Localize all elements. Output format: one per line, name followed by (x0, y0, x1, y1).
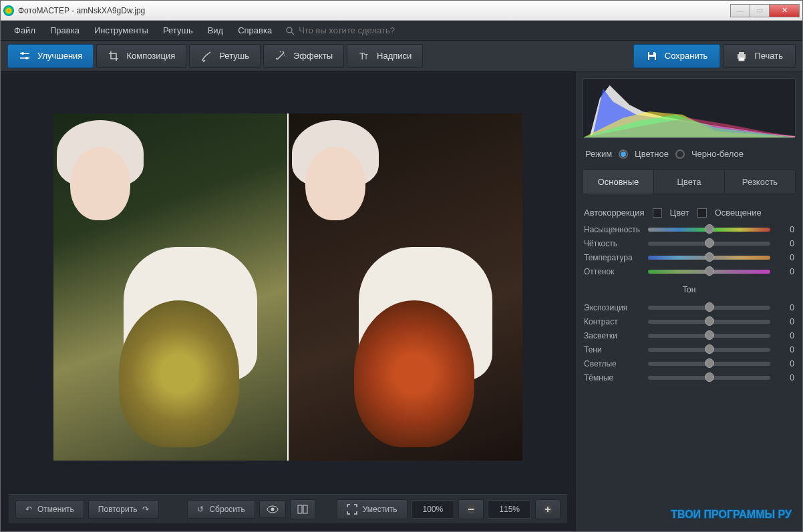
redo-button[interactable]: Повторить ↷ (88, 500, 160, 519)
zoom-current-display[interactable]: 115% (488, 500, 531, 519)
highlights-label: Засветки (584, 331, 643, 340)
fit-icon (347, 504, 357, 515)
tab-enhance[interactable]: Улучшения (7, 44, 94, 68)
shadows-thumb[interactable] (705, 344, 714, 354)
radio-color[interactable] (619, 150, 628, 159)
blacks-thumb[interactable] (705, 372, 714, 382)
zoom-in-button[interactable] (535, 499, 560, 519)
window-title: ФотоМАСТЕР - amNskXA9gDw.jpg (18, 6, 731, 15)
autocorr-lighting-label: Освещение (715, 208, 762, 218)
sliders-icon (19, 50, 31, 62)
compare-icon (297, 504, 308, 515)
menu-retouch[interactable]: Ретушь (156, 23, 200, 38)
panel-tab-colors[interactable]: Цвета (654, 170, 725, 194)
exposure-value: 0 (776, 303, 794, 312)
plus-icon (542, 504, 553, 515)
tab-captions[interactable]: TT Надписи (347, 44, 423, 68)
shadows-track[interactable] (648, 348, 770, 352)
tint-track[interactable] (648, 270, 770, 274)
exposure-label: Экспозиция (584, 303, 643, 312)
menubar: Файл Правка Инструменты Ретушь Вид Справ… (1, 21, 802, 41)
undo-button[interactable]: ↶ Отменить (15, 500, 84, 519)
saturation-thumb[interactable] (705, 224, 714, 234)
exposure-track[interactable] (648, 306, 770, 310)
print-button[interactable]: Печать (723, 44, 796, 68)
save-button[interactable]: Сохранить (633, 44, 721, 68)
autocorr-label: Автокоррекция (584, 208, 645, 218)
clarity-value: 0 (776, 239, 794, 248)
tab-enhance-label: Улучшения (37, 51, 82, 61)
menu-edit[interactable]: Правка (43, 23, 86, 38)
temperature-thumb[interactable] (705, 252, 714, 262)
exposure-thumb[interactable] (705, 302, 714, 312)
compare-toggle-button[interactable] (290, 499, 315, 519)
panel-tab-basic[interactable]: Основные (583, 170, 654, 194)
redo-icon: ↷ (142, 505, 149, 514)
histogram (583, 78, 796, 138)
reset-label: Сбросить (209, 505, 245, 514)
tab-effects-label: Эффекты (293, 51, 333, 61)
zoom-out-button[interactable] (458, 499, 484, 519)
menu-help[interactable]: Справка (231, 23, 279, 38)
preview-button[interactable] (259, 501, 286, 518)
brush-icon (200, 50, 212, 62)
highlights-thumb[interactable] (705, 330, 714, 340)
mode-row: Режим Цветное Черно-белое (583, 145, 796, 163)
contrast-track[interactable] (648, 320, 770, 324)
search-icon (285, 26, 295, 35)
slider-blacks: Тёмные 0 (584, 373, 794, 382)
minus-icon (466, 504, 476, 515)
maximize-button[interactable]: ▭ (750, 4, 770, 17)
tab-retouch[interactable]: Ретушь (189, 44, 261, 68)
panel-tab-sharpness[interactable]: Резкость (725, 170, 795, 194)
print-icon (736, 50, 748, 62)
slider-shadows: Тени 0 (584, 345, 794, 354)
reset-icon: ↺ (197, 505, 204, 514)
menu-view[interactable]: Вид (201, 23, 230, 38)
tab-effects[interactable]: Эффекты (263, 44, 344, 68)
contrast-thumb[interactable] (705, 316, 714, 326)
clarity-track[interactable] (648, 242, 770, 246)
svg-rect-15 (298, 505, 302, 513)
tint-label: Оттенок (584, 267, 643, 276)
toolbar: Улучшения Композиция Ретушь Эффекты TT Н… (1, 41, 802, 71)
checkbox-color[interactable] (653, 208, 662, 218)
tab-composition[interactable]: Композиция (96, 44, 186, 68)
svg-point-3 (21, 52, 24, 55)
menu-file[interactable]: Файл (7, 23, 42, 38)
undo-label: Отменить (37, 505, 74, 514)
radio-bw[interactable] (675, 150, 685, 159)
saturation-label: Насыщенность (584, 225, 643, 234)
minimize-button[interactable]: — (730, 4, 750, 17)
fit-label: Уместить (363, 505, 397, 514)
saturation-track[interactable] (648, 228, 770, 232)
blacks-track[interactable] (648, 376, 770, 380)
svg-line-1 (291, 32, 294, 35)
zoom-100-display[interactable]: 100% (412, 500, 455, 519)
wand-icon (275, 50, 287, 62)
slider-contrast: Контраст 0 (584, 317, 794, 326)
whites-label: Светлые (584, 359, 643, 368)
fit-button[interactable]: Уместить (337, 499, 408, 519)
undo-icon: ↶ (25, 505, 32, 514)
temperature-track[interactable] (648, 256, 770, 260)
clarity-thumb[interactable] (705, 238, 714, 248)
reset-button[interactable]: ↺ Сбросить (187, 500, 255, 519)
menu-tools[interactable]: Инструменты (88, 23, 155, 38)
watermark: ТВОИ ПРОГРАММЫ РУ (583, 505, 796, 525)
checkbox-lighting[interactable] (697, 208, 707, 218)
blacks-value: 0 (776, 373, 794, 382)
autocorr-color-label: Цвет (670, 208, 689, 218)
canvas-area: ↶ Отменить Повторить ↷ ↺ Сбросить (1, 71, 575, 531)
tint-thumb[interactable] (705, 266, 714, 276)
whites-track[interactable] (648, 362, 770, 366)
slider-whites: Светлые 0 (584, 359, 794, 368)
search-input[interactable] (299, 25, 446, 35)
whites-thumb[interactable] (705, 358, 714, 368)
tint-value: 0 (776, 267, 794, 276)
svg-rect-8 (649, 52, 653, 55)
highlights-value: 0 (776, 331, 794, 340)
highlights-track[interactable] (648, 334, 770, 338)
canvas-content[interactable] (9, 79, 567, 494)
close-button[interactable]: ✕ (769, 4, 800, 17)
